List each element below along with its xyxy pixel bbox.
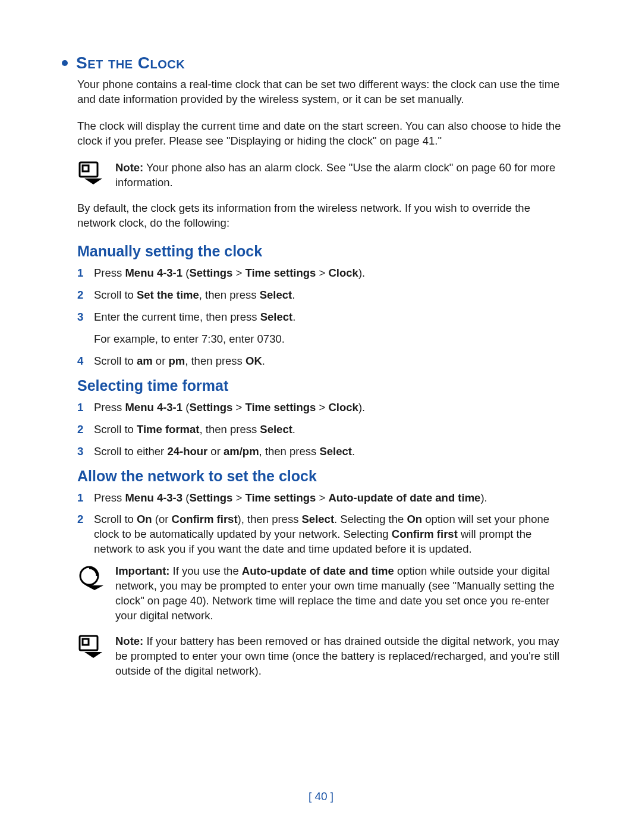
- steps-manual: Press Menu 4-3-1 (Settings > Time settin…: [77, 266, 571, 369]
- step: Scroll to On (or Confirm first), then pr…: [77, 512, 571, 557]
- important-callout: Important: If you use the Auto-update of…: [77, 564, 571, 623]
- h1-text: Set the Clock: [76, 54, 185, 73]
- document-page: Set the Clock Your phone contains a real…: [0, 0, 642, 840]
- bullet-icon: [62, 60, 68, 66]
- step: Scroll to am or pm, then press OK.: [77, 354, 571, 369]
- intro-paragraph-1: Your phone contains a real-time clock th…: [77, 77, 571, 107]
- step: Scroll to Time format, then press Select…: [77, 422, 571, 437]
- note-callout-1: Note: Your phone also has an alarm clock…: [77, 161, 571, 190]
- note-icon: [77, 161, 105, 188]
- note-label: Note:: [115, 161, 143, 174]
- steps-network: Press Menu 4-3-3 (Settings > Time settin…: [77, 491, 571, 557]
- note-text: Your phone also has an alarm clock. See …: [115, 161, 555, 189]
- subheading-format: Selecting time format: [77, 377, 571, 394]
- step: Enter the current time, then press Selec…: [77, 310, 571, 347]
- intro-paragraph-2: The clock will display the current time …: [77, 119, 571, 149]
- note-body: Note: If your battery has been removed o…: [115, 634, 571, 679]
- note-callout-2: Note: If your battery has been removed o…: [77, 634, 571, 679]
- important-text: If you use the Auto-update of date and t…: [115, 565, 555, 622]
- note-body: Note: Your phone also has an alarm clock…: [115, 161, 571, 190]
- svg-marker-7: [84, 652, 102, 658]
- step: Press Menu 4-3-1 (Settings > Time settin…: [77, 266, 571, 281]
- step: Scroll to either 24-hour or am/pm, then …: [77, 444, 571, 459]
- note-label: Note:: [115, 635, 143, 647]
- step: Press Menu 4-3-1 (Settings > Time settin…: [77, 400, 571, 415]
- important-label: Important:: [115, 565, 169, 577]
- svg-rect-1: [83, 165, 89, 171]
- important-icon: [77, 564, 105, 591]
- step: Scroll to Set the time, then press Selec…: [77, 288, 571, 303]
- section-heading: Set the Clock: [77, 54, 571, 73]
- svg-marker-4: [86, 585, 103, 590]
- steps-format: Press Menu 4-3-1 (Settings > Time settin…: [77, 400, 571, 459]
- note-icon: [77, 634, 105, 662]
- svg-marker-2: [84, 178, 102, 184]
- svg-rect-6: [83, 639, 89, 645]
- subheading-network: Allow the network to set the clock: [77, 468, 571, 485]
- svg-point-3: [80, 567, 98, 585]
- intro-paragraph-3: By default, the clock gets its informati…: [77, 201, 571, 231]
- subheading-manual: Manually setting the clock: [77, 243, 571, 260]
- important-body: Important: If you use the Auto-update of…: [115, 564, 571, 623]
- note-text: If your battery has been removed or has …: [115, 635, 559, 677]
- step: Press Menu 4-3-3 (Settings > Time settin…: [77, 491, 571, 506]
- page-number: [ 40 ]: [0, 790, 642, 803]
